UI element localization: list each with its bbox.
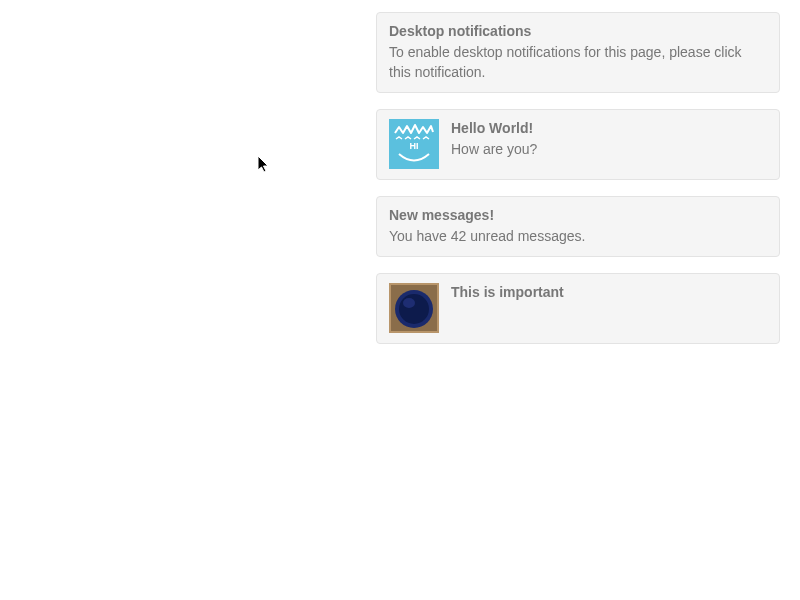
notification-body: To enable desktop notifications for this…	[389, 42, 767, 83]
svg-point-5	[399, 294, 429, 324]
notification-body: You have 42 unread messages.	[389, 226, 767, 246]
notification-content: This is important	[451, 283, 767, 303]
notification-enable-desktop[interactable]: Desktop notifications To enable desktop …	[376, 12, 780, 93]
notification-title: Hello World!	[451, 119, 767, 139]
notification-content: New messages! You have 42 unread message…	[389, 206, 767, 246]
notification-stack: Desktop notifications To enable desktop …	[376, 12, 780, 344]
svg-text:HI: HI	[410, 141, 419, 151]
notification-important[interactable]: This is important	[376, 273, 780, 344]
notification-title: This is important	[451, 283, 767, 303]
notification-new-messages[interactable]: New messages! You have 42 unread message…	[376, 196, 780, 257]
svg-point-6	[403, 298, 415, 308]
mouse-cursor-icon	[258, 156, 272, 178]
avatar-icon: HI	[389, 119, 439, 169]
notification-body: How are you?	[451, 139, 767, 159]
notification-title: New messages!	[389, 206, 767, 226]
notification-title: Desktop notifications	[389, 22, 767, 42]
photo-icon	[389, 283, 439, 333]
notification-content: Hello World! How are you?	[451, 119, 767, 159]
notification-content: Desktop notifications To enable desktop …	[389, 22, 767, 82]
notification-hello-world[interactable]: HI Hello World! How are you?	[376, 109, 780, 180]
